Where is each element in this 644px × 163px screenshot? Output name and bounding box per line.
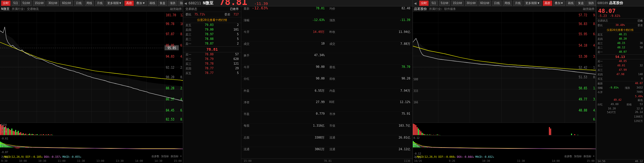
period-btn-60m[interactable]: 60分钟	[60, 1, 73, 6]
right-btn-fupan[interactable]: 复盘	[576, 1, 586, 6]
right-macd-ctrl-params[interactable]: 改参数	[564, 155, 572, 158]
trading-status-label: 交易状态	[185, 7, 197, 11]
right-btn-zhangdie[interactable]: 涨跌	[586, 1, 596, 6]
right-period-fz[interactable]: 分时	[419, 1, 429, 6]
period-btn-more[interactable]: 更多期限▼	[106, 1, 124, 6]
stat-zuoshou: 昨收 11.94亿	[327, 30, 413, 41]
right-nav-arrow[interactable]: ◀	[414, 1, 416, 6]
svg-rect-99	[10, 147, 11, 148]
macd-ctrl-add[interactable]: 加指标	[161, 155, 169, 158]
weicha-label: 委差	[224, 13, 230, 16]
stat-liutong3: 流通 24.12亿	[327, 147, 413, 159]
far-stock-code: 688109	[597, 1, 608, 5]
far-ask-1: 卖一 48.07	[596, 50, 644, 54]
macd-ctrl-params[interactable]: 改参数	[151, 155, 159, 158]
orderbook-hint-text: 仅需20元查看十档行情	[197, 18, 227, 22]
right-btn-gaojia[interactable]: 高价	[543, 1, 552, 6]
svg-rect-51	[8, 128, 8, 135]
far-ask-5: 卖五 48.21	[596, 33, 644, 37]
right-period-5d[interactable]: 5日	[430, 1, 438, 6]
btn-zhangdie[interactable]: 涨跌	[168, 1, 177, 6]
right-btn-diejia[interactable]: 叠加▼	[553, 1, 565, 6]
svg-text:3.31%: 3.31%	[593, 54, 596, 59]
period-btn-5m[interactable]: 5分钟	[21, 1, 32, 6]
btn-yincang[interactable]: 隐藏▼	[178, 1, 183, 6]
svg-rect-111	[25, 148, 26, 148]
right-period-day[interactable]: 日线	[492, 1, 502, 6]
right-period-month[interactable]: 月线	[513, 1, 522, 6]
btn-fupan[interactable]: 复盘	[158, 1, 167, 6]
stat-zuixin: 最新 78.01	[241, 6, 327, 18]
far-price-pct: -9.61%	[610, 14, 620, 17]
far-weibi-label: 委比	[597, 24, 603, 27]
svg-rect-105	[18, 148, 19, 148]
btn-huaxian[interactable]: 画线	[148, 1, 157, 6]
macd-ctrl-switch[interactable]: 换指标	[171, 155, 179, 158]
stat-shizhi: 市值 103.7亿	[327, 123, 413, 135]
right-period-15m[interactable]: 15分钟	[451, 1, 464, 6]
period-btn-week[interactable]: 周线	[85, 1, 94, 6]
far-orderbook-hint[interactable]: 仅需20元查看十档行情	[596, 28, 644, 33]
stat-chengjiao2: 成交 7.88万	[327, 42, 413, 53]
right-btn-huaxian[interactable]: 画线	[566, 1, 575, 6]
mid-price-big: 78.81	[219, 0, 247, 7]
right-period-60m[interactable]: 60分钟	[479, 1, 491, 6]
svg-rect-175	[436, 135, 436, 135]
period-btn-fz[interactable]: 分时	[1, 1, 10, 6]
stat-jingkai2: 今开 90.00	[241, 65, 327, 77]
svg-rect-169	[428, 135, 429, 135]
svg-text:3.31%: 3.31%	[593, 97, 596, 101]
macd-ctrl-close[interactable]: ✕	[180, 155, 182, 158]
svg-text:88.28: 88.28	[166, 86, 174, 90]
svg-text:53.30: 53.30	[579, 54, 587, 59]
bottom-time: 15:00	[244, 160, 251, 162]
right-time-axis: 10/26 9:26 10:30 11:30 14:00 15:00	[413, 159, 596, 163]
bid-4: 买四 78.77 29	[183, 66, 241, 71]
period-btn-5d[interactable]: 5日	[12, 1, 20, 6]
bid-3: 买三 78.78 121	[183, 62, 241, 66]
macd-macd: MACD:-0.055↓	[63, 155, 81, 158]
svg-rect-196	[427, 148, 428, 148]
time-11:00: 11:00	[58, 160, 65, 162]
far-stats: 最新 48.07 涨幅 -9.81% 涨跌 3432 今开 7095 5.49%…	[596, 81, 644, 163]
right-chart-panel: ◀ 分时 5日 5分钟 15分钟 30分钟 60分钟 日线 周线 月线 更多期限…	[413, 0, 596, 163]
left-macd-label: ? MACD(12,26,9) DIF:-0.185↓ DEA:-0.157↓ …	[1, 155, 81, 158]
period-btn-30m[interactable]: 30分钟	[47, 1, 59, 6]
left-macd-controls: 改参数 加指标 换指标 ✕	[151, 155, 182, 158]
svg-text:51.53: 51.53	[579, 75, 587, 79]
svg-rect-183	[577, 135, 578, 135]
time-14:00: 14:00	[135, 160, 143, 162]
right-period-30m[interactable]: 30分钟	[465, 1, 477, 6]
right-period-week[interactable]: 周线	[503, 1, 512, 6]
right-macd-ctrl-switch[interactable]: 换指标	[584, 155, 591, 158]
svg-text:49.77: 49.77	[579, 97, 587, 101]
far-bid-4: 买四 47.98 148	[596, 72, 644, 77]
svg-text:54.18: 54.18	[579, 43, 587, 47]
right-period-more[interactable]: 更多期限▼	[524, 1, 542, 6]
svg-rect-182	[574, 134, 575, 135]
orderbook-hint[interactable]: 仅需20元查看十档行情	[183, 17, 241, 23]
left-volume-chart: 4334 2889 1444	[0, 123, 183, 136]
svg-rect-113	[28, 148, 29, 148]
period-btn-month[interactable]: 月线	[95, 1, 104, 6]
svg-rect-164	[422, 133, 422, 135]
nav-left-arrow[interactable]: ◀	[184, 1, 187, 6]
right-period-5m[interactable]: 5分钟	[439, 1, 450, 6]
svg-text:333: 333	[413, 89, 418, 93]
svg-text:50.65: 50.65	[579, 86, 587, 90]
btn-gaojia[interactable]: 高价	[124, 1, 134, 6]
svg-text:6.63%: 6.63%	[593, 118, 596, 122]
stat-neipan: 内盘 7.94万	[327, 88, 413, 100]
right-macd-ctrl-close[interactable]: ✕	[593, 155, 595, 158]
right-time-926: 9:26	[449, 160, 455, 162]
ask-4: 卖四 79.00 101	[183, 28, 241, 32]
right-volume-area	[413, 123, 596, 136]
bid-5: 买五 78.77 5	[183, 71, 241, 76]
period-btn-day[interactable]: 日线	[74, 1, 83, 6]
btn-diejia[interactable]: 叠加▼	[135, 1, 147, 6]
period-btn-15m[interactable]: 15分钟	[33, 1, 45, 6]
weibi-label: 委比	[185, 13, 191, 16]
mid-current-price: 78.81	[183, 46, 241, 52]
far-stock-name: 品茗股份	[609, 1, 623, 6]
right-macd-ctrl-add[interactable]: 加指标	[574, 155, 582, 158]
